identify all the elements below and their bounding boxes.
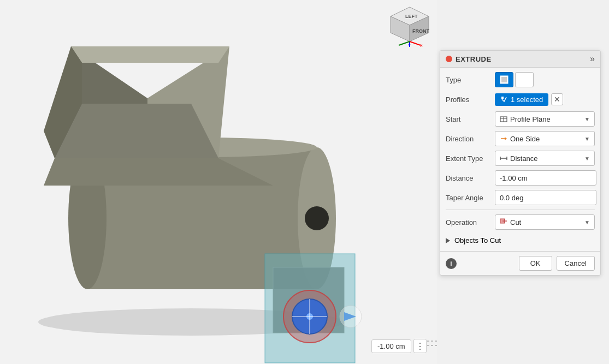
objects-to-cut-label: Objects To Cut	[454, 236, 501, 244]
start-dropdown[interactable]: Profile Plane ▼	[495, 111, 595, 127]
profiles-clear-button[interactable]: ✕	[551, 93, 563, 105]
svg-marker-9	[71, 46, 229, 63]
taper-angle-label: Taper Angle	[446, 194, 495, 202]
info-button[interactable]: i	[446, 258, 457, 269]
svg-rect-36	[501, 77, 507, 82]
divider-1	[446, 210, 595, 210]
more-options-button[interactable]: ⋮	[413, 339, 427, 353]
direction-value: One Side	[510, 135, 540, 143]
direction-row: Direction One Side ▼	[446, 131, 595, 146]
panel-footer: i OK Cancel	[440, 251, 600, 275]
svg-point-12	[305, 206, 329, 230]
measurement-value[interactable]: -1.00 cm	[371, 339, 411, 353]
operation-row: Operation Cut ▼	[446, 214, 595, 230]
ok-button[interactable]: OK	[519, 256, 552, 271]
type-label: Type	[446, 76, 495, 84]
svg-line-31	[410, 41, 421, 45]
panel-close-button[interactable]	[446, 56, 452, 62]
panel-title: EXTRUDE	[456, 55, 492, 63]
profiles-selected-button[interactable]: 1 selected	[495, 93, 548, 106]
svg-text:Y: Y	[408, 44, 411, 47]
extrude-panel: EXTRUDE » Type	[440, 50, 601, 276]
panel-expand-button[interactable]: »	[590, 54, 595, 64]
taper-angle-input[interactable]	[495, 190, 596, 205]
direction-dropdown-arrow: ▼	[584, 136, 590, 142]
type-solid-button[interactable]	[495, 72, 513, 87]
svg-text:X: X	[420, 44, 423, 47]
direction-label: Direction	[446, 135, 495, 143]
profiles-label: Profiles	[446, 96, 495, 104]
extent-type-label: Extent Type	[446, 154, 495, 163]
type-row: Type	[446, 72, 595, 87]
objects-to-cut-row[interactable]: Objects To Cut	[446, 234, 595, 247]
operation-value: Cut	[510, 218, 521, 226]
extent-type-row: Extent Type Distance ▼	[446, 151, 595, 166]
distance-input[interactable]	[495, 170, 596, 186]
type-surface-button[interactable]	[515, 72, 534, 87]
footer-buttons: OK Cancel	[519, 256, 595, 271]
direction-control: One Side ▼	[495, 131, 595, 146]
type-control	[495, 72, 595, 87]
operation-control: Cut ▼	[495, 214, 595, 230]
start-row: Start Profile Plane ▼	[446, 111, 595, 127]
profiles-row: Profiles 1 selected ✕	[446, 92, 595, 107]
start-value: Profile Plane	[510, 115, 551, 123]
bottom-measurement-bar: -1.00 cm ⋮	[371, 339, 427, 353]
extent-type-control: Distance ▼	[495, 151, 595, 166]
scene-svg	[0, 0, 437, 364]
direction-dropdown[interactable]: One Side ▼	[495, 131, 595, 146]
distance-label: Distance	[446, 174, 495, 182]
svg-line-38	[521, 76, 528, 83]
svg-text:FRONT: FRONT	[412, 28, 429, 34]
distance-row: Distance	[446, 170, 595, 186]
profiles-control: 1 selected ✕	[495, 93, 595, 106]
extent-type-dropdown-arrow: ▼	[584, 156, 590, 162]
nav-cube[interactable]: LEFT FRONT Y X	[385, 4, 434, 50]
extent-type-value: Distance	[510, 154, 538, 163]
taper-angle-control	[495, 190, 596, 205]
cancel-button[interactable]: Cancel	[557, 256, 595, 271]
svg-text:LEFT: LEFT	[405, 14, 418, 19]
panel-header: EXTRUDE »	[440, 51, 600, 68]
start-dropdown-arrow: ▼	[584, 116, 590, 122]
operation-label: Operation	[446, 218, 495, 226]
objects-to-cut-expand-icon	[446, 238, 450, 243]
taper-angle-row: Taper Angle	[446, 190, 595, 205]
distance-control	[495, 170, 596, 186]
svg-marker-43	[505, 137, 507, 140]
profiles-count: 1 selected	[511, 96, 543, 104]
extent-type-dropdown[interactable]: Distance ▼	[495, 151, 595, 166]
start-label: Start	[446, 115, 495, 123]
panel-body: Type Profiles	[440, 68, 600, 251]
start-control: Profile Plane ▼	[495, 111, 595, 127]
svg-marker-8	[55, 104, 218, 158]
operation-dropdown-arrow: ▼	[584, 219, 590, 225]
operation-dropdown[interactable]: Cut ▼	[495, 214, 595, 230]
